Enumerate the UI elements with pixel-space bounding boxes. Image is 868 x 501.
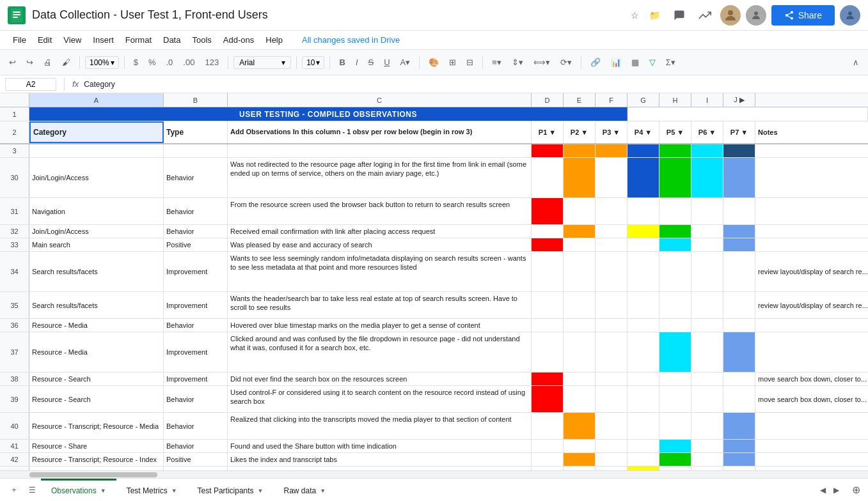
tab-observations[interactable]: Observations ▼ bbox=[41, 479, 116, 501]
cell-b-30[interactable]: Behavior bbox=[164, 158, 228, 197]
tab-scroll-left[interactable]: ◀ bbox=[817, 484, 828, 496]
filter-button[interactable]: ▽ bbox=[645, 55, 659, 70]
menu-help[interactable]: Help bbox=[260, 33, 288, 47]
col-header-B[interactable]: B bbox=[164, 93, 228, 107]
borders-button[interactable]: ⊞ bbox=[445, 55, 460, 70]
cell-notes-41[interactable] bbox=[755, 440, 868, 452]
cell-d-34[interactable] bbox=[532, 252, 564, 291]
decimal-inc-button[interactable]: .00 bbox=[179, 55, 198, 70]
function-button[interactable]: Σ▾ bbox=[662, 55, 679, 70]
cell-G2[interactable]: P4 ▼ bbox=[627, 121, 659, 143]
cell-j-31[interactable] bbox=[723, 198, 755, 224]
add-sheet-button[interactable]: + bbox=[5, 479, 23, 501]
cell-f-33[interactable] bbox=[596, 238, 627, 251]
cell-b-42[interactable]: Positive bbox=[164, 453, 228, 466]
cell-d-42[interactable] bbox=[532, 453, 564, 466]
row-num-2[interactable]: 2 bbox=[0, 121, 29, 143]
cell-e-38[interactable] bbox=[564, 373, 596, 385]
cell-a-38[interactable]: Resource - Search bbox=[29, 373, 164, 385]
cell-c-41[interactable]: Found and used the Share button with tim… bbox=[228, 440, 532, 452]
cell-a-34[interactable]: Search results/facets bbox=[29, 252, 164, 291]
row-num-33[interactable]: 33 bbox=[0, 238, 29, 251]
redo-button[interactable]: ↪ bbox=[22, 55, 37, 70]
cell-c-43[interactable]: Sees value in creating an account, espec… bbox=[228, 466, 532, 470]
cell-notes2[interactable]: Notes bbox=[755, 121, 868, 143]
menu-addons[interactable]: Add-ons bbox=[218, 33, 259, 47]
row-num-38[interactable]: 38 bbox=[0, 373, 29, 385]
tab-scroll-right[interactable]: ▶ bbox=[831, 484, 842, 496]
cell-notes-38[interactable]: move search box down, closer to... bbox=[755, 373, 868, 385]
cell-f-30[interactable] bbox=[596, 158, 627, 197]
cell-h-34[interactable] bbox=[659, 252, 691, 291]
col-header-H[interactable]: H bbox=[659, 93, 691, 107]
cell-d-37[interactable] bbox=[532, 332, 564, 372]
switch-account-icon[interactable] bbox=[746, 5, 766, 26]
cell-g-40[interactable] bbox=[627, 413, 659, 439]
row-num-3[interactable]: 3 bbox=[0, 144, 29, 157]
font-selector[interactable]: Arial▾ bbox=[233, 56, 291, 69]
cell-i-31[interactable] bbox=[691, 198, 723, 224]
cell-b-38[interactable]: Improvement bbox=[164, 373, 228, 385]
cell-notes-35[interactable]: review layout/display of search re... bbox=[755, 292, 868, 318]
cell-j-34[interactable] bbox=[723, 252, 755, 291]
cell-e-35[interactable] bbox=[564, 292, 596, 318]
cell-J2[interactable]: P7 ▼ bbox=[723, 121, 755, 143]
cell-d-43[interactable] bbox=[532, 466, 564, 470]
cell-h-39[interactable] bbox=[659, 386, 691, 412]
share-button[interactable]: Share bbox=[771, 5, 835, 26]
cell-notes-33[interactable] bbox=[755, 238, 868, 251]
row-num-30[interactable]: 30 bbox=[0, 158, 29, 197]
cell-b-31[interactable]: Behavior bbox=[164, 198, 228, 224]
row-num-35[interactable]: 35 bbox=[0, 292, 29, 318]
cell-b-43[interactable]: Positive bbox=[164, 466, 228, 470]
paint-format-button[interactable]: 🖌 bbox=[58, 55, 74, 70]
cell-a-41[interactable]: Resource - Share bbox=[29, 440, 164, 452]
cell-a-35[interactable]: Search results/facets bbox=[29, 292, 164, 318]
cell-b-36[interactable]: Behavior bbox=[164, 319, 228, 332]
cell-c-40[interactable]: Realized that clicking into the transcri… bbox=[228, 413, 532, 439]
cell-d-32[interactable] bbox=[532, 225, 564, 238]
cell-a-30[interactable]: Join/Login/Access bbox=[29, 158, 164, 197]
row-num-42[interactable]: 42 bbox=[0, 453, 29, 466]
cell-f-40[interactable] bbox=[596, 413, 627, 439]
cell-a-43[interactable]: Join/Login/Access bbox=[29, 466, 164, 470]
cell-f-41[interactable] bbox=[596, 440, 627, 452]
cell-c-30[interactable]: Was not redirected to the resource page … bbox=[228, 158, 532, 197]
cell-f-34[interactable] bbox=[596, 252, 627, 291]
tab-test-metrics[interactable]: Test Metrics ▼ bbox=[116, 479, 187, 501]
cell-g-38[interactable] bbox=[627, 373, 659, 385]
cell-c-31[interactable]: From the resource screen used the browse… bbox=[228, 198, 532, 224]
cell-g-42[interactable] bbox=[627, 453, 659, 466]
col-header-I[interactable]: I bbox=[691, 93, 723, 107]
cell-d-40[interactable] bbox=[532, 413, 564, 439]
cell-reference-input[interactable] bbox=[5, 78, 56, 91]
cell-b-32[interactable]: Behavior bbox=[164, 225, 228, 238]
cell-A2[interactable]: Category bbox=[29, 121, 164, 143]
row-num-36[interactable]: 36 bbox=[0, 319, 29, 332]
cell-a-37[interactable]: Resource - Media bbox=[29, 332, 164, 372]
cell-f-36[interactable] bbox=[596, 319, 627, 332]
cell-i-33[interactable] bbox=[691, 238, 723, 251]
cell-i-36[interactable] bbox=[691, 319, 723, 332]
cell-g-33[interactable] bbox=[627, 238, 659, 251]
cell-i-34[interactable] bbox=[691, 252, 723, 291]
underline-button[interactable]: U bbox=[380, 55, 393, 70]
cell-g-39[interactable] bbox=[627, 386, 659, 412]
cell-c-38[interactable]: Did not ever find the search box on the … bbox=[228, 373, 532, 385]
cell-b-37[interactable]: Improvement bbox=[164, 332, 228, 372]
menu-tools[interactable]: Tools bbox=[187, 33, 216, 47]
cell-notes-31[interactable] bbox=[755, 198, 868, 224]
hscroll-thumb[interactable] bbox=[29, 472, 157, 477]
decimal-dec-button[interactable]: .0 bbox=[162, 55, 177, 70]
cell-g-31[interactable] bbox=[627, 198, 659, 224]
menu-file[interactable]: File bbox=[8, 33, 31, 47]
row-num-34[interactable]: 34 bbox=[0, 252, 29, 291]
row-num-1[interactable]: 1 bbox=[0, 107, 29, 121]
cell-f-31[interactable] bbox=[596, 198, 627, 224]
halign-button[interactable]: ≡▾ bbox=[488, 55, 505, 70]
cell-b-41[interactable]: Behavior bbox=[164, 440, 228, 452]
cell-h-35[interactable] bbox=[659, 292, 691, 318]
cell-C2[interactable]: Add Observations In this column - 1 obsv… bbox=[228, 121, 532, 143]
profile-icon[interactable] bbox=[720, 5, 741, 26]
col-header-F[interactable]: F bbox=[596, 93, 627, 107]
